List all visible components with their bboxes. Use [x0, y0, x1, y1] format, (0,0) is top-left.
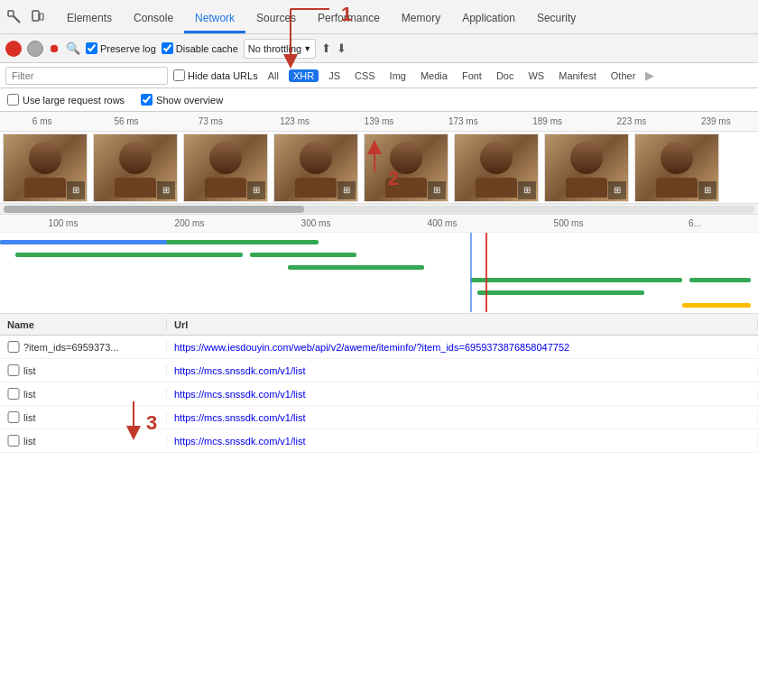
hide-data-urls-checkbox[interactable]	[173, 69, 185, 81]
wf-bar-3a	[288, 265, 424, 270]
filter-css-btn[interactable]: CSS	[350, 69, 380, 82]
filter-ws-btn[interactable]: WS	[523, 69, 549, 82]
table-row-1[interactable]: list https://mcs.snssdk.com/v1/list	[0, 359, 758, 382]
tab-memory[interactable]: Memory	[391, 5, 451, 33]
thumb-1[interactable]: ⊞	[93, 134, 178, 202]
filter-manifest-btn[interactable]: Manifest	[554, 69, 601, 82]
thumb-3[interactable]: ⊞	[273, 134, 358, 202]
filter-js-btn[interactable]: JS	[324, 69, 345, 82]
filter-icon[interactable]: ⏺	[49, 41, 60, 55]
disable-cache-label[interactable]: Disable cache	[162, 42, 238, 54]
thumb-7[interactable]: ⊞	[634, 134, 719, 202]
filter-other-btn[interactable]: Other	[606, 69, 641, 82]
waterfall-time-header: 100 ms 200 ms 300 ms 400 ms 500 ms 6...	[0, 215, 758, 233]
inspect-icon[interactable]	[4, 6, 25, 28]
tab-elements[interactable]: Elements	[56, 5, 123, 33]
table-header: Name Url	[0, 314, 758, 336]
filter-input[interactable]	[5, 67, 168, 85]
row-checkbox-1[interactable]	[7, 364, 20, 376]
table-row-0[interactable]: ?item_ids=6959373... https://www.iesdouy…	[0, 336, 758, 359]
wf-tick-2: 300 ms	[253, 218, 379, 228]
show-overview-checkbox[interactable]	[141, 94, 153, 106]
wf-vertical-red	[485, 233, 487, 312]
more-filters-icon: ▶	[645, 69, 654, 82]
wf-tick-0: 100 ms	[0, 218, 126, 228]
filter-font-btn[interactable]: Font	[458, 69, 486, 82]
column-name: Name	[0, 319, 167, 330]
wf-bar-2b	[250, 253, 356, 257]
search-icon[interactable]: 🔍	[66, 41, 80, 55]
throttle-select[interactable]: No throttling ▼	[244, 39, 316, 59]
tab-security[interactable]: Security	[526, 5, 587, 33]
tab-performance[interactable]: Performance	[307, 5, 391, 33]
thumb-3-overlay: ⊞	[337, 181, 356, 199]
thumb-5-overlay: ⊞	[518, 181, 536, 199]
waterfall-bars	[0, 233, 758, 312]
td-url-3: https://mcs.snssdk.com/v1/list	[167, 412, 758, 423]
wf-bar-4a	[470, 278, 682, 282]
wf-bar-orange	[682, 303, 751, 308]
row-checkbox-3[interactable]	[7, 411, 20, 423]
filter-xhr-btn[interactable]: XHR	[289, 69, 319, 82]
table-row-3[interactable]: list https://mcs.snssdk.com/v1/list	[0, 406, 758, 429]
thumb-6[interactable]: ⊞	[544, 134, 629, 202]
hide-data-urls-label[interactable]: Hide data URLs	[173, 69, 258, 81]
row-checkbox-4[interactable]	[7, 435, 20, 447]
td-url-1: https://mcs.snssdk.com/v1/list	[167, 365, 758, 376]
column-url: Url	[167, 319, 758, 330]
preserve-log-label[interactable]: Preserve log	[86, 42, 156, 54]
td-url-2: https://mcs.snssdk.com/v1/list	[167, 389, 758, 400]
network-toolbar: ⏺ 🔍 Preserve log Disable cache No thrott…	[0, 34, 758, 63]
thumb-6-overlay: ⊞	[608, 181, 626, 199]
table-row-2[interactable]: list https://mcs.snssdk.com/v1/list	[0, 382, 758, 406]
svg-rect-0	[8, 11, 14, 16]
tab-application[interactable]: Application	[451, 5, 526, 33]
thumb-4[interactable]: ⊞	[364, 134, 448, 202]
tick-2: 73 ms	[169, 116, 253, 126]
stop-button[interactable]	[27, 41, 43, 57]
options-row: Use large request rows Show overview	[0, 88, 758, 112]
use-large-rows-label[interactable]: Use large request rows	[7, 94, 125, 106]
row-checkbox-0[interactable]	[7, 341, 20, 353]
filter-doc-btn[interactable]: Doc	[492, 69, 519, 82]
show-overview-label[interactable]: Show overview	[141, 94, 223, 106]
preserve-log-checkbox[interactable]	[86, 42, 97, 54]
scrollbar-track[interactable]	[4, 206, 754, 213]
scrollbar-row[interactable]	[0, 204, 758, 215]
disable-cache-checkbox[interactable]	[162, 42, 173, 54]
upload-icon[interactable]: ⬆	[321, 41, 331, 55]
thumb-5[interactable]: ⊞	[454, 134, 539, 202]
wf-tick-4: 500 ms	[505, 218, 632, 228]
devtools-icon-group	[4, 6, 49, 28]
table-body: ?item_ids=6959373... https://www.iesdouy…	[0, 336, 758, 453]
tick-8: 239 ms	[674, 116, 758, 126]
tick-7: 223 ms	[589, 116, 673, 126]
filter-img-btn[interactable]: Img	[385, 69, 411, 82]
tab-console[interactable]: Console	[123, 5, 184, 33]
svg-line-1	[14, 16, 20, 23]
timeline-header: 6 ms 56 ms 73 ms 123 ms 139 ms 173 ms 18…	[0, 112, 758, 132]
thumb-2[interactable]: ⊞	[183, 134, 268, 202]
tick-0: 6 ms	[0, 116, 84, 126]
table-row-4[interactable]: list https://mcs.snssdk.com/v1/list	[0, 429, 758, 453]
td-name-2: list	[0, 388, 167, 400]
wf-bar-2a	[15, 253, 243, 257]
record-button[interactable]	[5, 41, 22, 57]
tick-4: 139 ms	[337, 116, 421, 126]
wf-bar-5a	[477, 290, 644, 295]
filter-media-btn[interactable]: Media	[416, 69, 452, 82]
td-name-0: ?item_ids=6959373...	[0, 341, 167, 353]
thumb-0[interactable]: ⊞	[3, 134, 88, 202]
device-icon[interactable]	[27, 6, 49, 28]
wf-bar-1b	[0, 240, 167, 244]
download-icon[interactable]: ⬇	[337, 41, 347, 55]
chevron-down-icon: ▼	[303, 44, 311, 53]
row-checkbox-2[interactable]	[7, 388, 20, 400]
scrollbar-thumb[interactable]	[4, 206, 304, 213]
waterfall-section: 100 ms 200 ms 300 ms 400 ms 500 ms 6...	[0, 215, 758, 314]
filter-all-btn[interactable]: All	[263, 69, 283, 82]
use-large-rows-checkbox[interactable]	[7, 94, 19, 106]
tab-network[interactable]: Network	[184, 5, 245, 33]
tick-1: 56 ms	[84, 116, 168, 126]
tab-sources[interactable]: Sources	[245, 5, 307, 33]
